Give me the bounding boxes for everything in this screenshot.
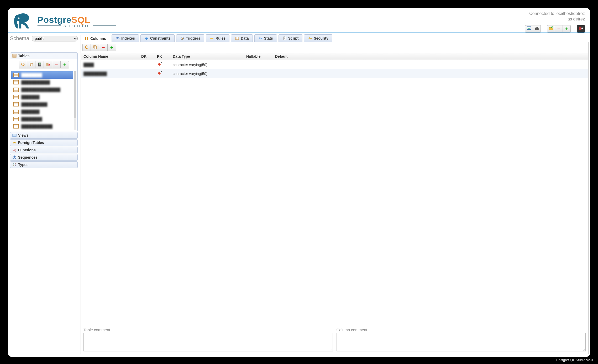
- functions-header-label: Functions: [18, 148, 36, 152]
- remove-connection-button[interactable]: −: [555, 25, 563, 33]
- tab-stats[interactable]: %Stats: [254, 34, 277, 42]
- main-area: ColumnsIndexesCConstraintsTriggersRulesD…: [79, 33, 590, 357]
- svg-point-46: [182, 38, 183, 39]
- table-item[interactable]: ████████████: [11, 123, 73, 130]
- views-panel: Views: [10, 132, 78, 139]
- cell-pk: P: [157, 71, 173, 76]
- column-comment-input[interactable]: [337, 333, 586, 351]
- table-item[interactable]: ███████████████: [11, 86, 73, 93]
- tab-label: Columns: [90, 36, 106, 41]
- table-item-label: ███████: [21, 110, 39, 114]
- col-header-default[interactable]: Default: [275, 54, 586, 58]
- table-item-label: ████████████: [21, 124, 53, 129]
- calc-icon: [37, 62, 42, 68]
- remove-column-button[interactable]: −: [99, 44, 108, 51]
- col-header-name[interactable]: Column Name: [83, 54, 141, 58]
- col-header-pk[interactable]: PK: [157, 54, 173, 58]
- table-icon: [13, 95, 19, 99]
- col-header-nullable[interactable]: Nullable: [246, 54, 275, 58]
- search-button[interactable]: [533, 25, 541, 33]
- svg-rect-48: [235, 37, 239, 40]
- tab-label: Security: [314, 36, 328, 40]
- sequences-panel: Sequences: [10, 154, 78, 161]
- top-toolbar: SQL −: [525, 25, 585, 33]
- svg-point-23: [39, 65, 40, 65]
- table-item[interactable]: ████████: [11, 115, 73, 123]
- add-connection-button[interactable]: +: [563, 25, 571, 33]
- svg-text:P: P: [161, 62, 162, 64]
- logo-divider-right: [93, 25, 116, 26]
- tab-rules[interactable]: Rules: [206, 34, 229, 42]
- tab-indexes[interactable]: Indexes: [112, 34, 139, 42]
- table-icon: [13, 80, 19, 84]
- add-table-button[interactable]: +: [61, 61, 69, 68]
- table-icon: [13, 88, 19, 92]
- copy-table-button[interactable]: [27, 61, 35, 68]
- tab-triggers[interactable]: Triggers: [176, 34, 204, 42]
- data-tab-icon: [235, 36, 239, 40]
- copy-icon: [29, 62, 34, 68]
- logout-button[interactable]: [577, 25, 585, 33]
- sql-editor-button[interactable]: SQL: [525, 25, 533, 33]
- schema-select[interactable]: public: [32, 36, 78, 41]
- column-row[interactable]: ████Pcharacter varying(50): [81, 60, 588, 69]
- scrollbar-thumb[interactable]: [74, 72, 76, 118]
- tab-columns[interactable]: Columns: [81, 35, 110, 42]
- tab-label: Stats: [264, 36, 273, 40]
- script-tab-icon: [282, 36, 287, 40]
- cell-datatype: character varying(50): [173, 72, 246, 76]
- table-item[interactable]: ███████: [11, 108, 73, 115]
- schema-selector-row: Schema public: [10, 34, 78, 43]
- add-column-button[interactable]: +: [108, 44, 116, 51]
- table-icon: [13, 124, 19, 129]
- sequences-panel-header[interactable]: Sequences: [10, 154, 77, 160]
- table-item[interactable]: ██████████: [11, 101, 73, 108]
- footer-version: PostgreSQL Studio v2.0: [0, 357, 598, 364]
- svg-text:C: C: [146, 36, 147, 38]
- foreign-tables-panel-header[interactable]: Foreign Tables: [10, 140, 77, 146]
- drop-table-button[interactable]: [44, 61, 52, 68]
- functions-panel: x() Functions: [10, 147, 78, 153]
- tab-label: Indexes: [121, 36, 135, 40]
- svg-rect-40: [87, 37, 88, 40]
- remove-table-button[interactable]: −: [52, 61, 61, 68]
- table-item-label: ████████: [21, 117, 42, 121]
- table-comment-input[interactable]: [83, 333, 333, 351]
- svg-rect-47: [210, 38, 213, 39]
- refresh-tables-button[interactable]: [19, 61, 27, 68]
- tab-script[interactable]: Script: [279, 34, 303, 42]
- minus-icon: −: [55, 62, 58, 67]
- table-icon: [13, 117, 19, 121]
- table-item[interactable]: ███████████: [11, 79, 73, 86]
- tab-data[interactable]: Data: [231, 34, 253, 42]
- svg-point-4: [537, 28, 539, 30]
- tabs: ColumnsIndexesCConstraintsTriggersRulesD…: [79, 33, 590, 42]
- views-panel-header[interactable]: Views: [10, 132, 77, 138]
- tab-security[interactable]: Security: [304, 34, 332, 42]
- column-row[interactable]: █████████Pcharacter varying(50): [81, 69, 588, 78]
- new-connection-button[interactable]: [547, 25, 555, 33]
- connection-line-1: Connected to localhost/detrez: [525, 11, 585, 17]
- col-header-datatype[interactable]: Data Type: [173, 54, 246, 58]
- elephant-icon: [13, 12, 34, 30]
- columns-toolbar: − +: [81, 42, 588, 53]
- table-item[interactable]: ████████: [11, 71, 73, 79]
- col-header-dk[interactable]: DK: [141, 54, 157, 58]
- drop-icon: [46, 62, 50, 68]
- refresh-columns-button[interactable]: [82, 44, 91, 51]
- table-item[interactable]: ███████: [11, 93, 73, 101]
- functions-panel-header[interactable]: x() Functions: [10, 147, 77, 153]
- tab-constraints[interactable]: CConstraints: [140, 34, 175, 42]
- logo-divider-left: [37, 25, 61, 26]
- types-panel: Types: [10, 161, 78, 168]
- tables-panel-header[interactable]: Tables: [10, 53, 77, 59]
- tables-scrollbar[interactable]: [74, 71, 76, 130]
- types-panel-header[interactable]: Types: [10, 162, 77, 168]
- copy-column-button[interactable]: [91, 44, 99, 51]
- analyze-table-button[interactable]: [35, 61, 44, 68]
- svg-rect-18: [39, 63, 40, 64]
- svg-rect-10: [13, 54, 16, 57]
- svg-point-0: [18, 17, 20, 19]
- table-comment-label: Table comment: [83, 328, 333, 332]
- tab-label: Script: [288, 36, 299, 40]
